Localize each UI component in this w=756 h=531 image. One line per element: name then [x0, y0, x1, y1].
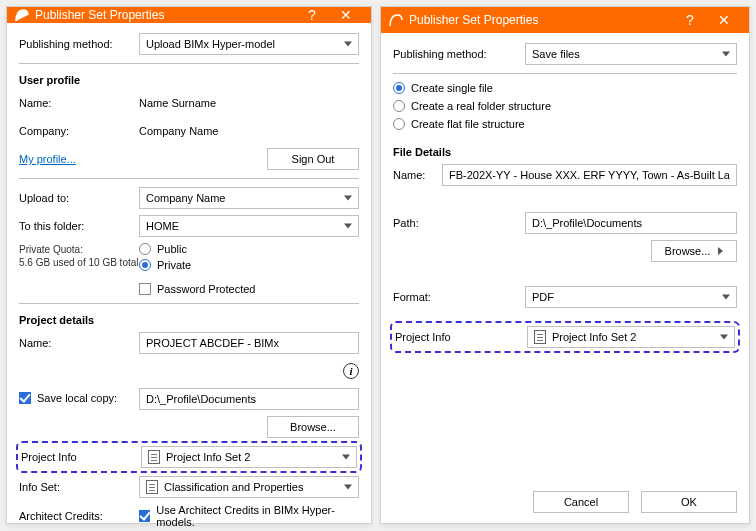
- user-profile-heading: User profile: [19, 74, 359, 86]
- architect-credits-label: Architect Credits:: [19, 510, 139, 522]
- publishing-method-select[interactable]: Save files: [525, 43, 737, 65]
- close-button[interactable]: ✕: [707, 12, 741, 28]
- file-path-label: Path:: [393, 217, 525, 229]
- app-icon: [389, 13, 403, 27]
- user-name-value: Name Surname: [139, 97, 359, 109]
- my-profile-link[interactable]: My profile...: [19, 153, 76, 165]
- create-flat-structure-radio[interactable]: Create flat file structure: [393, 118, 737, 130]
- upload-to-label: Upload to:: [19, 192, 139, 204]
- dialog-right: Publisher Set Properties ? ✕ Publishing …: [380, 6, 750, 524]
- close-button[interactable]: ✕: [329, 7, 363, 23]
- project-info-label: Project Info: [395, 331, 527, 343]
- visibility-public-radio[interactable]: Public: [139, 243, 359, 255]
- browse-button[interactable]: Browse...: [267, 416, 359, 438]
- project-info-select[interactable]: Project Info Set 2: [527, 326, 735, 348]
- project-info-select[interactable]: Project Info Set 2: [141, 446, 357, 468]
- publishing-method-value: Upload BIMx Hyper-model: [146, 38, 275, 50]
- user-company-label: Company:: [19, 125, 139, 137]
- info-set-select[interactable]: Classification and Properties: [139, 476, 359, 498]
- password-protected-checkbox[interactable]: Password Protected: [139, 283, 359, 295]
- project-info-label: Project Info: [21, 451, 141, 463]
- titlebar: Publisher Set Properties ? ✕: [7, 7, 371, 23]
- file-details-heading: File Details: [393, 146, 737, 158]
- dialog-title: Publisher Set Properties: [35, 8, 295, 22]
- ok-button[interactable]: OK: [641, 491, 737, 513]
- document-icon: [148, 450, 160, 464]
- visibility-private-radio[interactable]: Private: [139, 259, 359, 271]
- quota-label: Private Quota:: [19, 243, 139, 256]
- create-folder-structure-radio[interactable]: Create a real folder structure: [393, 100, 737, 112]
- publishing-method-select[interactable]: Upload BIMx Hyper-model: [139, 33, 359, 55]
- project-name-label: Name:: [19, 337, 139, 349]
- app-icon: [15, 8, 29, 22]
- user-name-label: Name:: [19, 97, 139, 109]
- help-button[interactable]: ?: [673, 12, 707, 28]
- file-name-label: Name:: [393, 169, 442, 181]
- format-label: Format:: [393, 291, 525, 303]
- publishing-method-label: Publishing method:: [19, 38, 139, 50]
- file-name-input[interactable]: FB-202X-YY - House XXX. ERF YYYY, Town -…: [442, 164, 737, 186]
- format-select[interactable]: PDF: [525, 286, 737, 308]
- create-single-file-radio[interactable]: Create single file: [393, 82, 737, 94]
- project-info-row-highlight: Project Info Project Info Set 2: [393, 324, 737, 350]
- info-set-label: Info Set:: [19, 481, 139, 493]
- save-local-path-input[interactable]: D:\_Profile\Documents: [139, 388, 359, 410]
- info-icon[interactable]: i: [343, 363, 359, 379]
- dialog-left: Publisher Set Properties ? ✕ Publishing …: [6, 6, 372, 524]
- upload-to-select[interactable]: Company Name: [139, 187, 359, 209]
- project-info-row-highlight: Project Info Project Info Set 2: [19, 444, 359, 470]
- browse-button[interactable]: Browse...: [651, 240, 737, 262]
- user-company-value: Company Name: [139, 125, 359, 137]
- project-name-input[interactable]: PROJECT ABCDEF - BIMx: [139, 332, 359, 354]
- file-path-input[interactable]: D:\_Profile\Documents: [525, 212, 737, 234]
- document-icon: [534, 330, 546, 344]
- quota-value: 5.6 GB used of 10 GB total: [19, 256, 139, 269]
- sign-out-button[interactable]: Sign Out: [267, 148, 359, 170]
- to-folder-label: To this folder:: [19, 220, 139, 232]
- cancel-button[interactable]: Cancel: [533, 491, 629, 513]
- help-button[interactable]: ?: [295, 7, 329, 23]
- architect-credits-checkbox[interactable]: Use Architect Credits in BIMx Hyper-mode…: [139, 504, 359, 528]
- titlebar: Publisher Set Properties ? ✕: [381, 7, 749, 33]
- dialog-body: Publishing method: Upload BIMx Hyper-mod…: [7, 23, 371, 531]
- project-details-heading: Project details: [19, 314, 359, 326]
- dialog-body: Publishing method: Save files Create sin…: [381, 33, 749, 483]
- document-icon: [146, 480, 158, 494]
- publishing-method-label: Publishing method:: [393, 48, 525, 60]
- button-bar: Cancel OK: [381, 483, 749, 523]
- save-local-checkbox[interactable]: Save local copy:: [19, 392, 117, 404]
- to-folder-select[interactable]: HOME: [139, 215, 359, 237]
- dialog-title: Publisher Set Properties: [409, 13, 673, 27]
